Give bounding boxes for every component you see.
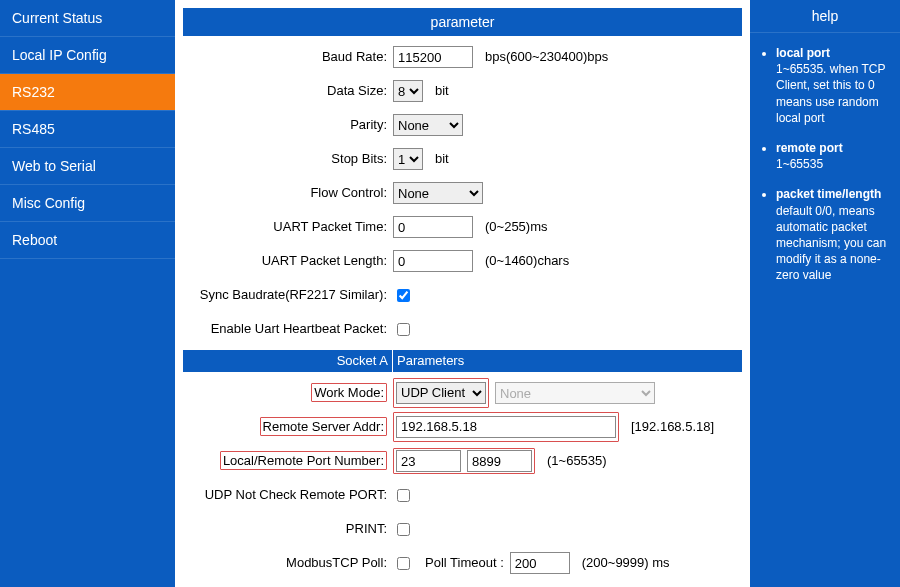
work-mode-label: Work Mode:	[311, 383, 387, 402]
poll-timeout-input[interactable]	[510, 552, 570, 574]
remote-server-addr-label: Remote Server Addr:	[260, 417, 387, 436]
nav-current-status[interactable]: Current Status	[0, 0, 175, 37]
remote-server-addr-input[interactable]	[396, 416, 616, 438]
uart-packet-length-input[interactable]	[393, 250, 473, 272]
nav-misc-config[interactable]: Misc Config	[0, 185, 175, 222]
sync-baudrate-label: Sync Baudrate(RF2217 Similar):	[183, 282, 393, 308]
nav-reboot[interactable]: Reboot	[0, 222, 175, 259]
flow-control-label: Flow Control:	[183, 180, 393, 206]
remote-server-addr-hint: [192.168.5.18]	[631, 414, 714, 440]
print-label: PRINT:	[183, 516, 393, 542]
nav-local-ip-config[interactable]: Local IP Config	[0, 37, 175, 74]
modbustcp-poll-label: ModbusTCP Poll:	[183, 550, 393, 576]
uart-heartbeat-label: Enable Uart Heartbeat Packet:	[183, 316, 393, 342]
main-panel: parameter Baud Rate: bps(600~230400)bps …	[175, 0, 750, 587]
baud-rate-suffix: bps(600~230400)bps	[485, 44, 608, 70]
modbustcp-poll-checkbox[interactable]	[397, 557, 410, 570]
socket-a-header-left: Socket A	[183, 350, 393, 372]
panel-title: parameter	[183, 8, 742, 36]
uart-packet-time-suffix: (0~255)ms	[485, 214, 548, 240]
port-number-suffix: (1~65535)	[547, 448, 607, 474]
uart-packet-length-suffix: (0~1460)chars	[485, 248, 569, 274]
uart-packet-time-label: UART Packet Time:	[183, 214, 393, 240]
help-item-remote-port: remote port 1~65535	[776, 140, 890, 172]
help-item-packet-time-length: packet time/length default 0/0, means au…	[776, 186, 890, 283]
nav-rs485[interactable]: RS485	[0, 111, 175, 148]
nav-rs232[interactable]: RS232	[0, 74, 175, 111]
poll-timeout-label: Poll Timeout :	[425, 550, 504, 576]
work-mode-select[interactable]: UDP Client	[396, 382, 486, 404]
udp-nocheck-label: UDP Not Check Remote PORT:	[183, 482, 393, 508]
baud-rate-input[interactable]	[393, 46, 473, 68]
parity-select[interactable]: None	[393, 114, 463, 136]
baud-rate-label: Baud Rate:	[183, 44, 393, 70]
udp-nocheck-checkbox[interactable]	[397, 489, 410, 502]
flow-control-select[interactable]: None	[393, 182, 483, 204]
remote-port-input[interactable]	[467, 450, 532, 472]
help-title: help	[750, 0, 900, 33]
uart-packet-time-input[interactable]	[393, 216, 473, 238]
work-mode-secondary-select: None	[495, 382, 655, 404]
nav-web-to-serial[interactable]: Web to Serial	[0, 148, 175, 185]
socket-a-header: Socket A Parameters	[183, 350, 742, 372]
sync-baudrate-checkbox[interactable]	[397, 289, 410, 302]
print-checkbox[interactable]	[397, 523, 410, 536]
data-size-label: Data Size:	[183, 78, 393, 104]
data-size-suffix: bit	[435, 78, 449, 104]
poll-timeout-suffix: (200~9999) ms	[582, 550, 670, 576]
uart-heartbeat-checkbox[interactable]	[397, 323, 410, 336]
stop-bits-label: Stop Bits:	[183, 146, 393, 172]
help-panel: help local port 1~65535. when TCP Client…	[750, 0, 900, 587]
help-item-local-port: local port 1~65535. when TCP Client, set…	[776, 45, 890, 126]
port-number-label: Local/Remote Port Number:	[220, 451, 387, 470]
sidebar-nav: Current Status Local IP Config RS232 RS4…	[0, 0, 175, 587]
socket-a-header-right: Parameters	[393, 350, 464, 372]
uart-packet-length-label: UART Packet Length:	[183, 248, 393, 274]
parity-label: Parity:	[183, 112, 393, 138]
stop-bits-select[interactable]: 1	[393, 148, 423, 170]
data-size-select[interactable]: 8	[393, 80, 423, 102]
local-port-input[interactable]	[396, 450, 461, 472]
stop-bits-suffix: bit	[435, 146, 449, 172]
